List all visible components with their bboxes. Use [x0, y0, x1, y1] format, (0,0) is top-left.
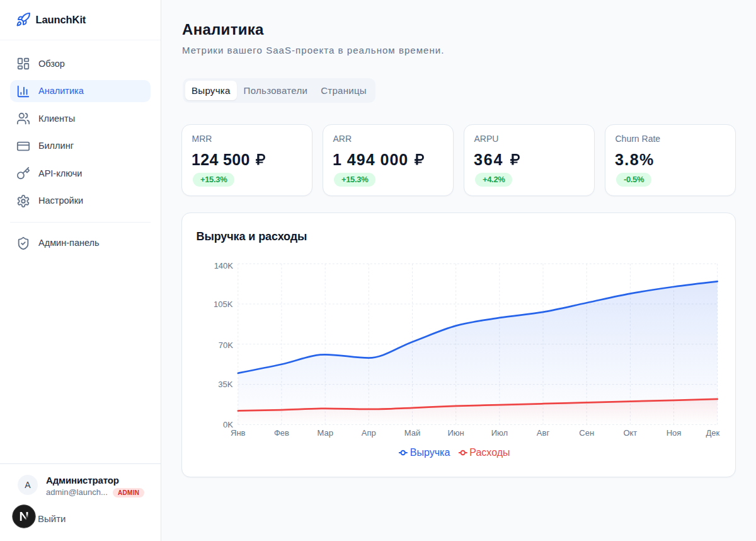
svg-text:Сен: Сен — [579, 428, 594, 438]
svg-text:Окт: Окт — [623, 428, 637, 438]
svg-text:Мар: Мар — [317, 428, 333, 438]
svg-text:Май: Май — [404, 428, 420, 438]
svg-text:Выручка: Выручка — [410, 447, 450, 458]
svg-text:Янв: Янв — [231, 428, 246, 438]
svg-text:105K: 105K — [214, 300, 233, 309]
svg-text:35K: 35K — [218, 380, 232, 389]
svg-text:70K: 70K — [219, 340, 233, 350]
svg-text:Июн: Июн — [448, 428, 464, 438]
svg-text:Дек: Дек — [706, 428, 720, 438]
svg-text:140K: 140K — [214, 261, 234, 270]
svg-text:Апр: Апр — [362, 428, 376, 438]
svg-text:Расходы: Расходы — [469, 447, 510, 458]
svg-text:Июл: Июл — [491, 428, 508, 438]
svg-text:Авг: Авг — [537, 428, 550, 438]
svg-text:Ноя: Ноя — [667, 428, 682, 438]
svg-text:Фев: Фев — [274, 428, 289, 438]
